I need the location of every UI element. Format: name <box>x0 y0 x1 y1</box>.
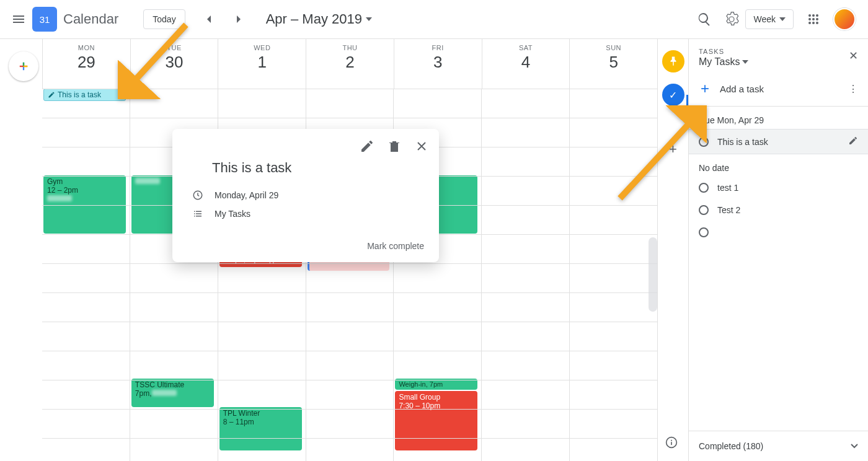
add-task-label: Add a task <box>720 84 839 94</box>
left-gutter <box>0 39 42 461</box>
edit-pencil-icon[interactable] <box>356 135 378 157</box>
svg-rect-12 <box>671 442 672 445</box>
close-panel-icon[interactable]: ✕ <box>849 49 858 63</box>
hour-gridline <box>42 292 657 293</box>
annotation-arrow <box>608 105 707 207</box>
calendar-logo: 31 <box>32 7 57 32</box>
svg-point-1 <box>812 14 815 17</box>
svg-point-3 <box>808 18 811 20</box>
create-event-fab[interactable] <box>9 51 38 81</box>
popover-footer: Mark complete <box>172 229 439 262</box>
task-row[interactable]: test 1 <box>689 177 868 199</box>
popover-list-row: My Tasks <box>172 204 439 223</box>
list-icon <box>192 208 203 219</box>
view-selector[interactable]: Week <box>745 9 794 29</box>
task-options-icon[interactable]: ⋮ <box>848 83 858 95</box>
keep-icon[interactable] <box>662 50 684 72</box>
hour-gridline <box>42 438 657 439</box>
edit-task-icon[interactable] <box>848 136 858 147</box>
day-column-sat[interactable] <box>481 89 569 461</box>
chevron-down-icon <box>742 60 748 64</box>
google-apps-icon[interactable] <box>801 7 826 32</box>
day-header-wed[interactable]: Wed1 <box>218 39 306 89</box>
section-nodate: No date <box>689 154 868 177</box>
hour-gridline <box>42 322 657 322</box>
chevron-down-icon <box>851 444 858 449</box>
clock-icon <box>192 190 203 201</box>
svg-point-2 <box>816 14 818 17</box>
info-icon[interactable] <box>665 436 678 451</box>
popover-title: This is a task <box>172 157 439 186</box>
scrollbar[interactable] <box>649 237 657 312</box>
svg-point-5 <box>816 18 818 20</box>
task-title: This is a task <box>717 137 839 147</box>
svg-point-6 <box>808 22 811 24</box>
task-title: test 1 <box>717 183 858 193</box>
day-header-sat[interactable]: Sat4 <box>482 39 570 89</box>
hour-gridline <box>42 263 657 264</box>
svg-point-0 <box>808 14 811 17</box>
date-range-label[interactable]: Apr – May 2019 <box>266 11 372 27</box>
tasks-panel: TASKS My Tasks ✕ + Add a task ⋮ Due Mon,… <box>688 39 868 461</box>
section-due: Due Mon, Apr 29 <box>689 107 868 129</box>
plus-icon: + <box>699 80 711 97</box>
hour-gridline <box>42 380 657 380</box>
day-header-thu[interactable]: Thu2 <box>306 39 394 89</box>
hamburger-menu-icon[interactable] <box>5 6 32 33</box>
hour-gridline <box>42 351 657 351</box>
settings-gear-icon[interactable] <box>718 6 745 33</box>
add-task-row[interactable]: + Add a task ⋮ <box>689 71 868 107</box>
svg-point-7 <box>812 22 815 24</box>
date-range-text: Apr – May 2019 <box>266 11 362 27</box>
event-gym[interactable]: Gym 12 – 2pm <box>43 175 126 234</box>
delete-trash-icon[interactable] <box>383 135 405 157</box>
prev-week-button[interactable] <box>195 6 223 33</box>
event-tpl[interactable]: TPL Winter 8 – 11pm <box>219 407 302 450</box>
hour-gridline <box>42 409 657 410</box>
account-avatar[interactable] <box>833 8 856 30</box>
svg-point-8 <box>816 22 818 24</box>
pencil-icon <box>48 91 55 99</box>
side-rail: + <box>657 39 688 461</box>
calendar-grid: GMT-04 Mon29 Tue30 Wed1 Thu2 Fri3 Sat4 S… <box>42 39 657 461</box>
svg-line-13 <box>129 25 186 87</box>
chevron-down-icon <box>366 17 372 21</box>
day-header-mon[interactable]: Mon29 <box>42 39 130 89</box>
search-icon[interactable] <box>691 6 718 33</box>
tasks-panel-label: TASKS <box>699 48 748 55</box>
task-row-empty[interactable] <box>689 221 868 244</box>
completed-section[interactable]: Completed (180) <box>689 431 868 461</box>
chevron-down-icon <box>779 17 786 21</box>
annotation-arrow <box>118 19 198 102</box>
tasks-icon[interactable] <box>662 84 684 106</box>
svg-point-11 <box>671 440 672 441</box>
task-row[interactable]: This is a task <box>689 129 868 154</box>
event-smallgroup[interactable]: Small Group 7:30 – 10pm <box>395 391 477 450</box>
task-popover: This is a task Monday, April 29 My Tasks… <box>172 129 439 262</box>
popover-date-row: Monday, April 29 <box>172 186 439 204</box>
tasks-list-selector[interactable]: My Tasks <box>699 56 748 68</box>
close-icon[interactable] <box>410 135 433 157</box>
mark-complete-button[interactable]: Mark complete <box>367 241 424 251</box>
next-week-button[interactable] <box>225 6 252 33</box>
day-column-mon[interactable]: This is a task Gym 12 – 2pm <box>42 89 130 461</box>
task-row[interactable]: Test 2 <box>689 199 868 221</box>
view-label: Week <box>753 14 776 24</box>
task-title: Test 2 <box>717 205 858 215</box>
hour-gridline <box>42 118 657 118</box>
event-tssc[interactable]: TSSC Ultimate 7pm, <box>131 379 214 407</box>
day-header-fri[interactable]: Fri3 <box>394 39 482 89</box>
svg-point-4 <box>812 18 815 20</box>
svg-line-14 <box>620 116 696 198</box>
task-chip-text: This is a task <box>58 90 101 99</box>
app-title: Calendar <box>63 11 118 27</box>
task-chip[interactable]: This is a task <box>43 89 126 101</box>
day-header-sun[interactable]: Sun5 <box>569 39 657 89</box>
task-checkbox[interactable] <box>699 227 709 237</box>
